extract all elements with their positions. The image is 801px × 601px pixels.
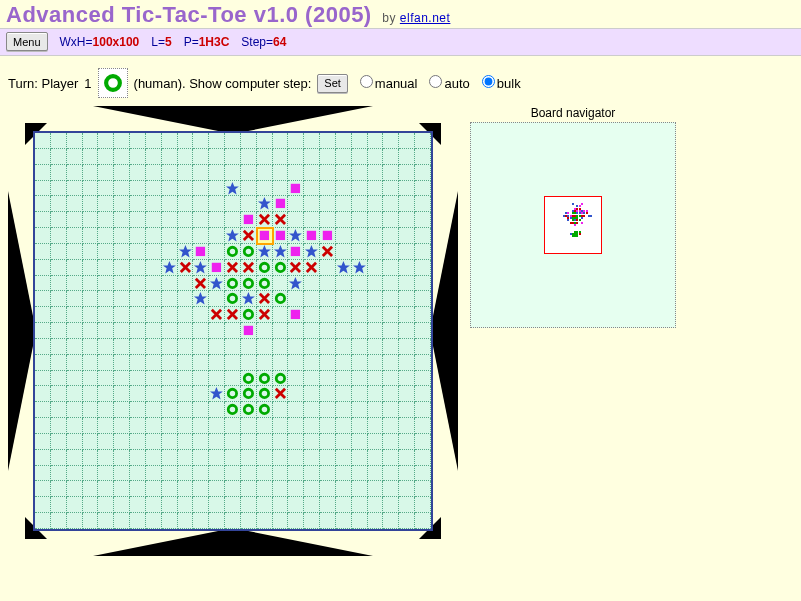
board-cell[interactable] xyxy=(130,450,146,466)
board-cell[interactable] xyxy=(67,228,83,244)
board-cell[interactable] xyxy=(304,291,320,307)
board-cell[interactable] xyxy=(415,307,431,323)
board-cell[interactable] xyxy=(241,386,257,402)
board-cell[interactable] xyxy=(273,450,289,466)
board-cell[interactable] xyxy=(368,307,384,323)
board-cell[interactable] xyxy=(320,339,336,355)
board-cell[interactable] xyxy=(257,371,273,387)
board-cell[interactable] xyxy=(304,276,320,292)
board-cell[interactable] xyxy=(178,355,194,371)
board-cell[interactable] xyxy=(162,323,178,339)
board-cell[interactable] xyxy=(320,165,336,181)
board-cell[interactable] xyxy=(51,149,67,165)
board-cell[interactable] xyxy=(225,291,241,307)
board-cell[interactable] xyxy=(320,466,336,482)
board-cell[interactable] xyxy=(352,291,368,307)
board-cell[interactable] xyxy=(193,434,209,450)
board-cell[interactable] xyxy=(67,149,83,165)
pan-down-arrow-icon[interactable] xyxy=(93,528,373,556)
board-cell[interactable] xyxy=(273,291,289,307)
board-cell[interactable] xyxy=(320,133,336,149)
board-cell[interactable] xyxy=(399,497,415,513)
board-cell[interactable] xyxy=(83,291,99,307)
board-cell[interactable] xyxy=(146,386,162,402)
board-cell[interactable] xyxy=(35,276,51,292)
board-cell[interactable] xyxy=(178,228,194,244)
board-cell[interactable] xyxy=(320,244,336,260)
board-cell[interactable] xyxy=(273,323,289,339)
board-cell[interactable] xyxy=(35,149,51,165)
board-cell[interactable] xyxy=(193,466,209,482)
board-cell[interactable] xyxy=(399,228,415,244)
board-cell[interactable] xyxy=(209,165,225,181)
board-cell[interactable] xyxy=(415,212,431,228)
board-cell[interactable] xyxy=(399,450,415,466)
board-cell[interactable] xyxy=(273,402,289,418)
board-cell[interactable] xyxy=(336,323,352,339)
board-cell[interactable] xyxy=(130,481,146,497)
board-cell[interactable] xyxy=(67,323,83,339)
board-cell[interactable] xyxy=(162,418,178,434)
board-cell[interactable] xyxy=(178,244,194,260)
board-cell[interactable] xyxy=(35,402,51,418)
board-cell[interactable] xyxy=(98,466,114,482)
board-cell[interactable] xyxy=(51,386,67,402)
board-cell[interactable] xyxy=(241,402,257,418)
board-cell[interactable] xyxy=(130,339,146,355)
board-cell[interactable] xyxy=(399,339,415,355)
board-cell[interactable] xyxy=(114,228,130,244)
board-cell[interactable] xyxy=(352,339,368,355)
board-cell[interactable] xyxy=(51,497,67,513)
board-cell[interactable] xyxy=(399,212,415,228)
board-cell[interactable] xyxy=(146,149,162,165)
board-cell[interactable] xyxy=(98,165,114,181)
board-cell[interactable] xyxy=(178,196,194,212)
board-cell[interactable] xyxy=(51,466,67,482)
board-cell[interactable] xyxy=(209,513,225,529)
board-cell[interactable] xyxy=(352,513,368,529)
board-cell[interactable] xyxy=(51,434,67,450)
board-cell[interactable] xyxy=(51,133,67,149)
board-cell[interactable] xyxy=(288,181,304,197)
board-cell[interactable] xyxy=(320,307,336,323)
board-cell[interactable] xyxy=(98,513,114,529)
board-cell[interactable] xyxy=(320,418,336,434)
board-cell[interactable] xyxy=(273,339,289,355)
board-cell[interactable] xyxy=(241,260,257,276)
board-cell[interactable] xyxy=(241,133,257,149)
board-cell[interactable] xyxy=(83,402,99,418)
board-cell[interactable] xyxy=(320,149,336,165)
board-cell[interactable] xyxy=(114,513,130,529)
board-cell[interactable] xyxy=(415,466,431,482)
board-cell[interactable] xyxy=(320,371,336,387)
board-cell[interactable] xyxy=(114,466,130,482)
board-cell[interactable] xyxy=(146,260,162,276)
board-cell[interactable] xyxy=(336,466,352,482)
board-cell[interactable] xyxy=(67,418,83,434)
board-cell[interactable] xyxy=(51,323,67,339)
board-cell[interactable] xyxy=(162,481,178,497)
board-cell[interactable] xyxy=(383,307,399,323)
board-cell[interactable] xyxy=(352,196,368,212)
board-cell[interactable] xyxy=(320,497,336,513)
board-cell[interactable] xyxy=(162,276,178,292)
board-cell[interactable] xyxy=(288,481,304,497)
board-cell[interactable] xyxy=(320,260,336,276)
board-cell[interactable] xyxy=(368,196,384,212)
board-cell[interactable] xyxy=(209,371,225,387)
board-cell[interactable] xyxy=(83,196,99,212)
board-cell[interactable] xyxy=(98,276,114,292)
board-cell[interactable] xyxy=(35,481,51,497)
board-cell[interactable] xyxy=(35,244,51,260)
board-cell[interactable] xyxy=(162,371,178,387)
board-cell[interactable] xyxy=(162,133,178,149)
board-cell[interactable] xyxy=(146,291,162,307)
board-cell[interactable] xyxy=(336,260,352,276)
board-cell[interactable] xyxy=(98,149,114,165)
board-cell[interactable] xyxy=(35,513,51,529)
board-cell[interactable] xyxy=(178,276,194,292)
board-cell[interactable] xyxy=(368,402,384,418)
board-cell[interactable] xyxy=(368,244,384,260)
board-cell[interactable] xyxy=(193,355,209,371)
board-cell[interactable] xyxy=(415,402,431,418)
